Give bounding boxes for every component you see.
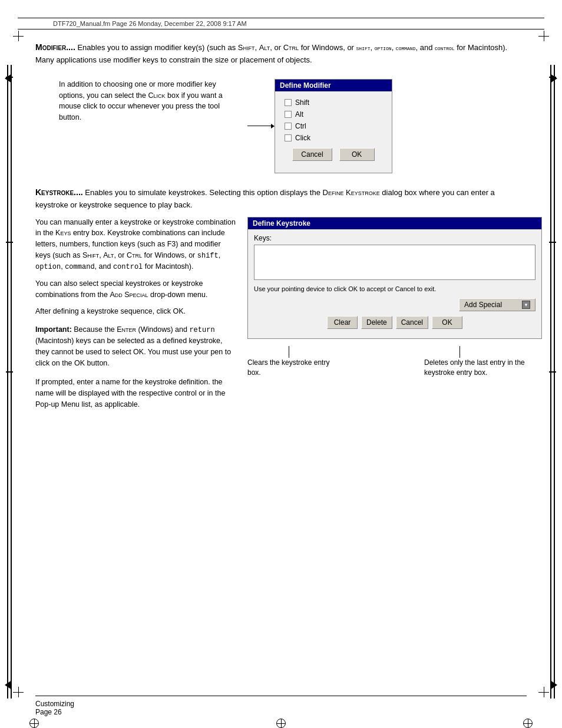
keystroke-para3: After defining a keystroke sequence, cli…	[35, 306, 236, 317]
add-special-dropdown-arrow[interactable]	[522, 301, 530, 309]
keystroke-section-heading: Keystroke.... Enables you to simulate ke…	[35, 186, 527, 211]
define-modifier-content: Shift Alt Ctrl Click	[275, 91, 392, 173]
modifier-ok-button[interactable]: OK	[339, 148, 375, 161]
keystroke-left-column: You can manually enter a keystroke or ke…	[35, 217, 236, 410]
alt-checkbox[interactable]	[285, 111, 292, 118]
shift-label: Shift	[295, 98, 309, 107]
callout-container: Clears the keystroke entry box. Deletes …	[247, 344, 542, 378]
modifier-arrow-line	[247, 79, 275, 173]
keystroke-layout: You can manually enter a keystroke or ke…	[35, 217, 527, 410]
callout-row: Clears the keystroke entry box. Deletes …	[247, 346, 542, 378]
modifier-dialog-area: Define Modifier Shift Alt Ctrl	[236, 79, 527, 173]
modifier-paragraph: Modifier.... Enables you to assign modif…	[35, 41, 527, 66]
corner-mark-br	[538, 687, 549, 697]
modifier-layout: In addition to choosing one or more modi…	[35, 79, 527, 173]
header-filename: DTF720_Manual.fm Page 26 Monday, Decembe…	[53, 20, 247, 27]
modifier-side-paragraph: In addition to choosing one or more modi…	[59, 79, 224, 123]
delete-callout-text: Deletes only the last entry in the keyst…	[424, 358, 542, 378]
click-label: Click	[295, 134, 310, 142]
delete-callout: Deletes only the last entry in the keyst…	[377, 346, 542, 378]
bottom-marks	[0, 719, 562, 728]
shift-checkbox[interactable]	[285, 99, 292, 106]
footer: Customizing Page 26	[35, 696, 527, 716]
modifier-cancel-button[interactable]: Cancel	[292, 148, 332, 161]
arrow-line	[247, 126, 271, 126]
keystroke-bottom-buttons: Clear Delete Cancel OK	[254, 316, 535, 334]
header-bar: DTF720_Manual.fm Page 26 Monday, Decembe…	[18, 18, 544, 29]
keystroke-para2: You can also select special keystrokes o…	[35, 278, 236, 301]
keystroke-important-note: Important: Because the Enter (Windows) a…	[35, 324, 236, 368]
clear-callout-line	[289, 346, 289, 358]
clear-callout-text: Clears the keystroke entry box.	[247, 358, 330, 378]
alt-checkbox-row: Alt	[285, 110, 382, 118]
footer-page: Page 26	[35, 708, 62, 716]
footer-section: Customizing	[35, 700, 74, 708]
bottom-center-cross	[276, 719, 286, 728]
modifier-heading: Modifier....	[35, 42, 75, 52]
delete-button[interactable]: Delete	[361, 316, 392, 329]
keystroke-paragraph: Keystroke.... Enables you to simulate ke…	[35, 186, 527, 211]
keystroke-heading: Keystroke....	[35, 187, 83, 197]
shift-checkbox-row: Shift	[285, 98, 382, 107]
define-modifier-title: Define Modifier	[275, 80, 392, 91]
ctrl-checkbox[interactable]	[285, 123, 292, 130]
main-content: Modifier.... Enables you to assign modif…	[0, 29, 562, 422]
keys-label: Keys:	[254, 234, 535, 242]
modifier-side-text: In addition to choosing one or more modi…	[35, 79, 224, 123]
corner-mark-bl	[13, 687, 24, 697]
callout-wrapper: Clears the keystroke entry box. Deletes …	[247, 346, 542, 378]
delete-callout-line	[459, 346, 460, 358]
if-prompted-text: If prompted, enter a name for the keystr…	[35, 377, 236, 410]
keystroke-right-column: Define Keystroke Keys: Use your pointing…	[247, 217, 542, 410]
ctrl-label: Ctrl	[295, 122, 306, 130]
page: DTF720_Manual.fm Page 26 Monday, Decembe…	[0, 18, 562, 728]
important-heading: Important:	[35, 325, 72, 334]
keystroke-para1: You can manually enter a keystroke or ke…	[35, 217, 236, 272]
keystroke-cancel-button[interactable]: Cancel	[396, 316, 428, 329]
keys-input-area[interactable]	[254, 245, 535, 280]
define-keystroke-dialog: Define Keystroke Keys: Use your pointing…	[247, 217, 542, 339]
click-checkbox-row: Click	[285, 134, 382, 142]
side-arrow-left-bot	[5, 680, 12, 690]
ctrl-checkbox-row: Ctrl	[285, 122, 382, 130]
add-special-label: Add Special	[464, 301, 502, 309]
keystroke-if-prompted: If prompted, enter a name for the keystr…	[35, 377, 236, 410]
clear-button[interactable]: Clear	[327, 316, 358, 329]
define-modifier-dialog: Define Modifier Shift Alt Ctrl	[275, 79, 392, 173]
clear-callout: Clears the keystroke entry box.	[247, 346, 330, 378]
modifier-dialog-buttons: Cancel OK	[285, 148, 382, 166]
add-special-button[interactable]: Add Special	[459, 298, 535, 311]
bottom-left-cross	[29, 719, 39, 728]
modifier-section: Modifier.... Enables you to assign modif…	[35, 41, 527, 66]
define-keystroke-title: Define Keystroke	[248, 218, 541, 229]
keystroke-dialog-body: Keys: Use your pointing device to click …	[248, 229, 541, 338]
modifier-body1: Enables you to assign modifier key(s) (s…	[35, 43, 507, 64]
side-arrow-right-bot	[550, 680, 557, 690]
keystroke-ok-button[interactable]: OK	[432, 316, 462, 329]
click-checkbox[interactable]	[285, 134, 292, 141]
alt-label: Alt	[295, 110, 303, 118]
hint-text: Use your pointing device to click OK to …	[254, 285, 535, 294]
bottom-right-cross	[523, 719, 533, 728]
add-special-row: Add Special	[254, 298, 535, 311]
keystroke-body: Enables you to simulate keystrokes. Sele…	[35, 188, 495, 209]
